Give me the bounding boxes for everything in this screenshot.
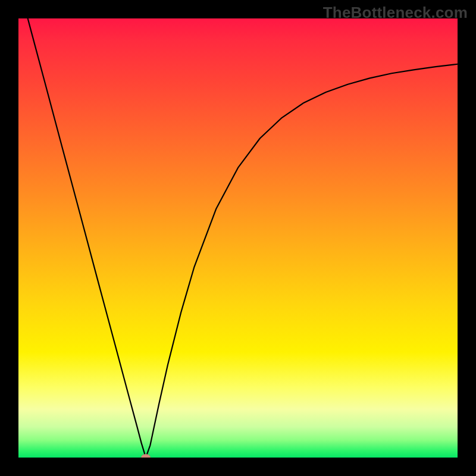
chart-frame: TheBottleneck.com xyxy=(0,0,476,476)
bottleneck-curve xyxy=(18,18,458,458)
plot-area xyxy=(18,18,458,458)
optimum-marker xyxy=(141,454,151,458)
